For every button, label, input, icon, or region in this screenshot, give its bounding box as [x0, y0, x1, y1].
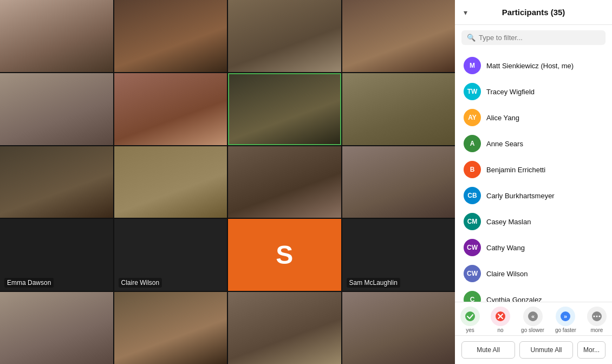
yes-icon [460, 307, 480, 326]
svg-text:»: » [564, 313, 567, 320]
video-cell-4[interactable] [342, 0, 455, 72]
video-grid: Emma Dawson Claire Wilson S Sam McLaughl… [0, 0, 455, 364]
reaction-bar: yes no « go slower » go faster more [455, 302, 612, 335]
participant-tracey[interactable]: TW Tracey Wigfield [455, 79, 612, 105]
search-input[interactable] [479, 34, 600, 42]
avatar-benjamin: B [464, 161, 481, 178]
video-cell-18[interactable] [114, 292, 227, 364]
reaction-yes-button[interactable]: yes [460, 307, 480, 333]
participants-list: M Matt Sienkiewicz (Host, me) TW Tracey … [455, 50, 612, 302]
participant-alice[interactable]: AY Alice Yang [455, 105, 612, 131]
name-claire: Claire Wilson [486, 270, 528, 278]
video-cell-s[interactable]: S [228, 219, 341, 291]
yes-label: yes [466, 327, 474, 333]
mute-all-button[interactable]: Mute All [461, 341, 515, 359]
video-cell-sam[interactable]: Sam McLaughlin [342, 219, 455, 291]
video-cell-19[interactable] [228, 292, 341, 364]
svg-point-0 [465, 311, 475, 321]
go-slower-icon: « [523, 307, 543, 326]
video-cell-2[interactable] [114, 0, 227, 72]
video-cell-1[interactable] [0, 0, 113, 72]
video-cell-17[interactable] [0, 292, 113, 364]
sidebar-header: ▾ Participants (35) [455, 0, 612, 25]
search-icon: 🔍 [467, 34, 476, 42]
video-cell-12[interactable] [342, 146, 455, 218]
reaction-go-faster-button[interactable]: » go faster [555, 307, 576, 333]
svg-point-8 [596, 316, 597, 317]
go-faster-icon: » [556, 307, 575, 326]
more-options-button[interactable]: Mor... [577, 341, 606, 359]
video-cell-9[interactable] [0, 146, 113, 218]
cell-name-emma: Emma Dawson [4, 278, 54, 288]
name-carly: Carly Burkhartsmeyer [486, 192, 555, 200]
more-reactions-label: more [591, 327, 603, 333]
avatar-alice: AY [464, 109, 481, 126]
cell-initial-s: S [276, 240, 293, 270]
avatar-tracey: TW [464, 83, 481, 100]
video-cell-7-highlighted[interactable] [228, 73, 341, 145]
reaction-go-slower-button[interactable]: « go slower [521, 307, 544, 333]
avatar-carly: CB [464, 187, 481, 204]
no-icon [491, 307, 510, 326]
avatar-casey: CM [464, 213, 481, 230]
participant-claire[interactable]: CW Claire Wilson [455, 261, 612, 287]
go-faster-label: go faster [555, 327, 576, 333]
more-reactions-icon [587, 307, 607, 326]
avatar-matt: M [464, 57, 481, 74]
avatar-cynthia: C [464, 291, 481, 302]
cell-name-sam: Sam McLaughlin [347, 278, 400, 288]
reaction-more-button[interactable]: more [587, 307, 607, 333]
video-cell-5[interactable] [0, 73, 113, 145]
name-casey: Casey Maslan [486, 218, 531, 226]
video-cell-20[interactable] [342, 292, 455, 364]
video-cell-3[interactable] [228, 0, 341, 72]
name-anne: Anne Sears [486, 140, 523, 148]
svg-point-7 [593, 316, 595, 317]
reaction-no-button[interactable]: no [491, 307, 510, 333]
video-cell-10[interactable] [114, 146, 227, 218]
video-cell-11[interactable] [228, 146, 341, 218]
bottom-bar: Mute All Unmute All Mor... [455, 335, 612, 364]
name-benjamin: Benjamin Errichetti [486, 166, 545, 174]
video-cell-claire[interactable]: Claire Wilson [114, 219, 227, 291]
svg-point-9 [598, 316, 600, 317]
avatar-claire: CW [464, 265, 481, 282]
avatar-anne: A [464, 135, 481, 152]
name-tracey: Tracey Wigfield [486, 88, 535, 96]
participant-anne[interactable]: A Anne Sears [455, 131, 612, 157]
sidebar-title: Participants (35) [502, 8, 565, 17]
participant-cynthia[interactable]: C Cynthia Gonzalez [455, 287, 612, 302]
collapse-chevron-icon[interactable]: ▾ [464, 8, 467, 17]
svg-text:«: « [531, 313, 534, 320]
name-matt: Matt Sienkiewicz (Host, me) [486, 62, 574, 70]
video-cell-8[interactable] [342, 73, 455, 145]
name-alice: Alice Yang [486, 114, 519, 122]
participant-benjamin[interactable]: B Benjamin Errichetti [455, 157, 612, 183]
name-cynthia: Cynthia Gonzalez [486, 296, 542, 302]
go-slower-label: go slower [521, 327, 544, 333]
participant-cathy[interactable]: CW Cathy Wang [455, 235, 612, 261]
participant-carly[interactable]: CB Carly Burkhartsmeyer [455, 183, 612, 209]
video-cell-6[interactable] [114, 73, 227, 145]
avatar-cathy: CW [464, 239, 481, 256]
participants-sidebar: ▾ Participants (35) 🔍 M Matt Sienkiewicz… [455, 0, 612, 364]
unmute-all-button[interactable]: Unmute All [519, 341, 573, 359]
video-cell-emma[interactable]: Emma Dawson [0, 219, 113, 291]
search-bar[interactable]: 🔍 [461, 30, 606, 45]
participant-matt[interactable]: M Matt Sienkiewicz (Host, me) [455, 53, 612, 79]
name-cathy: Cathy Wang [486, 244, 525, 252]
no-label: no [498, 327, 504, 333]
cell-name-claire: Claire Wilson [119, 278, 162, 288]
participant-casey[interactable]: CM Casey Maslan [455, 209, 612, 235]
